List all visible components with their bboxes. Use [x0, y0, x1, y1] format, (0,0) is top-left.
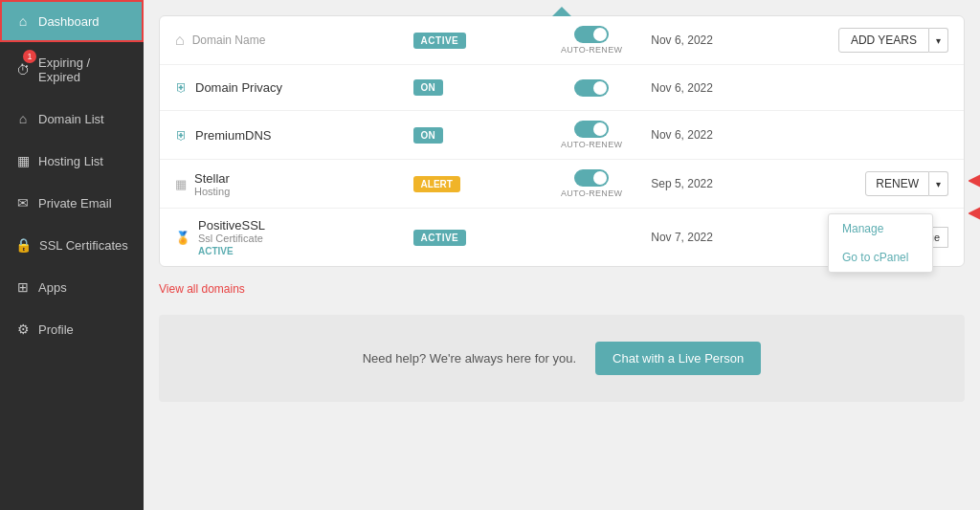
- sidebar-item-label: Private Email: [38, 196, 112, 211]
- sidebar-item-label: Dashboard: [38, 14, 100, 29]
- sidebar-item-domain-list[interactable]: Domain List: [0, 98, 144, 140]
- red-arrow-2: [969, 200, 980, 227]
- home-icon-domain: ⌂: [175, 32, 185, 49]
- sidebar-item-label: Hosting List: [38, 154, 103, 168]
- main-content: ⌂ Domain Name ACTIVE AUTO-RENEW Nov 6, 2…: [144, 0, 980, 510]
- sidebar: Dashboard Expiring / Expired 1 Domain Li…: [0, 0, 144, 510]
- main-area: ⌂ Domain Name ACTIVE AUTO-RENEW Nov 6, 2…: [144, 0, 980, 510]
- sidebar-item-label: Profile: [38, 322, 74, 337]
- gear-icon: [15, 322, 31, 337]
- auto-renew-label: AUTO-RENEW: [561, 140, 622, 149]
- home-icon: [15, 13, 31, 29]
- domain-privacy-toggle[interactable]: [574, 79, 609, 97]
- status-badge: ON: [413, 79, 443, 96]
- date-col: Nov 6, 2022: [651, 81, 829, 95]
- sidebar-item-label: SSL Certificates: [39, 238, 128, 253]
- domain-name-col: 🏅 PositiveSSL Ssl Certificate ACTIVE: [175, 218, 413, 256]
- sidebar-item-apps[interactable]: Apps: [0, 266, 144, 308]
- renew-btn-group: RENEW ▾: [865, 171, 948, 196]
- domain-name-text: Domain Name: [192, 33, 266, 47]
- server-icon: [15, 153, 31, 168]
- premiumdns-toggle[interactable]: [574, 121, 609, 138]
- home-icon-2: [15, 111, 31, 126]
- help-footer: Need help? We're always here for you. Ch…: [159, 315, 965, 402]
- table-row: ⛨ PremiumDNS ON AUTO-RENEW Nov 6, 2022: [160, 111, 964, 160]
- date-col: Nov 6, 2022: [651, 33, 829, 47]
- toggle-col: AUTO-RENEW: [532, 121, 651, 149]
- chat-with-live-person-button[interactable]: Chat with a Live Person: [595, 342, 761, 375]
- table-row: ⛨ Domain Privacy ON Nov 6, 2022: [160, 65, 964, 111]
- toggle-col: AUTO-RENEW: [532, 169, 651, 198]
- sidebar-item-label: Domain List: [38, 112, 104, 126]
- sidebar-item-label: Apps: [38, 280, 67, 295]
- positivessl-label: PositiveSSL: [198, 218, 265, 233]
- apps-icon: [15, 279, 31, 295]
- server-icon-hosting: ▦: [175, 177, 187, 191]
- help-text: Need help? We're always here for you.: [363, 351, 576, 366]
- status-col: ALERT: [413, 176, 532, 192]
- add-years-btn-group: ADD YEARS ▾: [838, 28, 948, 53]
- domain-name-col: ▦ Stellar Hosting: [175, 171, 413, 197]
- red-arrow-1: [969, 167, 980, 194]
- table-row: ⌂ Domain Name ACTIVE AUTO-RENEW Nov 6, 2…: [160, 16, 964, 65]
- premiumdns-label: PremiumDNS: [195, 128, 271, 143]
- domain-card: ⌂ Domain Name ACTIVE AUTO-RENEW Nov 6, 2…: [159, 15, 965, 267]
- shield-icon: ⛨: [175, 80, 188, 95]
- sidebar-item-ssl[interactable]: SSL Certificates: [0, 224, 144, 266]
- status-badge: ACTIVE: [413, 33, 467, 49]
- date-col: Nov 6, 2022: [651, 128, 829, 142]
- auto-renew-label: AUTO-RENEW: [561, 45, 622, 55]
- lock-icon: [15, 237, 32, 253]
- domain-privacy-label: Domain Privacy: [195, 80, 282, 95]
- sidebar-item-label: Expiring / Expired: [38, 55, 128, 84]
- date-col: Nov 7, 2022: [651, 231, 829, 244]
- status-col: ACTIVE: [413, 230, 532, 246]
- shield-icon-2: ⛨: [175, 128, 188, 143]
- clock-icon: [15, 62, 31, 78]
- view-all-domains[interactable]: View all domains: [159, 282, 965, 296]
- date-col: Sep 5, 2022: [651, 177, 829, 190]
- status-badge: ACTIVE: [413, 230, 467, 246]
- renew-dropdown-menu: Manage Go to cPanel: [828, 213, 933, 273]
- sidebar-item-profile[interactable]: Profile: [0, 308, 144, 350]
- status-col: ON: [413, 127, 532, 144]
- status-col: ON: [413, 79, 532, 96]
- manage-menu-item[interactable]: Manage: [829, 214, 932, 243]
- alert-badge: ALERT: [413, 176, 460, 192]
- toggle-col: [532, 79, 651, 97]
- ssl-sublabel: Ssl Certificate: [198, 233, 265, 244]
- table-row: ▦ Stellar Hosting ALERT AUTO-RENEW Sep 5…: [160, 160, 964, 209]
- add-years-dropdown-button[interactable]: ▾: [929, 28, 948, 53]
- domain-name-col: ⛨ Domain Privacy: [175, 80, 413, 95]
- card-arrow-up: [552, 7, 571, 16]
- status-badge: ON: [413, 127, 443, 144]
- action-col: ADD YEARS ▾: [830, 28, 948, 53]
- domain-name-col: ⌂ Domain Name: [175, 32, 413, 49]
- renew-button[interactable]: RENEW: [865, 171, 929, 196]
- renew-dropdown-button[interactable]: ▾: [929, 171, 948, 196]
- status-col: ACTIVE: [413, 33, 532, 49]
- domain-name-col: ⛨ PremiumDNS: [175, 128, 413, 143]
- sidebar-item-private-email[interactable]: Private Email: [0, 182, 144, 224]
- action-col: RENEW ▾ Manage Go to cPanel: [830, 171, 948, 196]
- stellar-label: Stellar: [194, 171, 230, 186]
- sidebar-item-expiring[interactable]: Expiring / Expired 1: [0, 42, 144, 98]
- ssl-icon: 🏅: [175, 231, 190, 245]
- auto-renew-label: AUTO-RENEW: [561, 188, 622, 198]
- go-to-cpanel-menu-item[interactable]: Go to cPanel: [829, 243, 932, 272]
- auto-renew-toggle[interactable]: [574, 26, 609, 43]
- toggle-col: AUTO-RENEW: [532, 26, 651, 55]
- hosting-sublabel: Hosting: [194, 186, 230, 197]
- add-years-button[interactable]: ADD YEARS: [838, 28, 929, 53]
- sidebar-item-dashboard[interactable]: Dashboard: [0, 0, 144, 42]
- expiring-badge: 1: [23, 50, 36, 63]
- envelope-icon: [15, 195, 31, 211]
- ssl-active-status: ACTIVE: [198, 246, 265, 256]
- stellar-toggle[interactable]: [574, 169, 609, 187]
- sidebar-item-hosting-list[interactable]: Hosting List: [0, 140, 144, 182]
